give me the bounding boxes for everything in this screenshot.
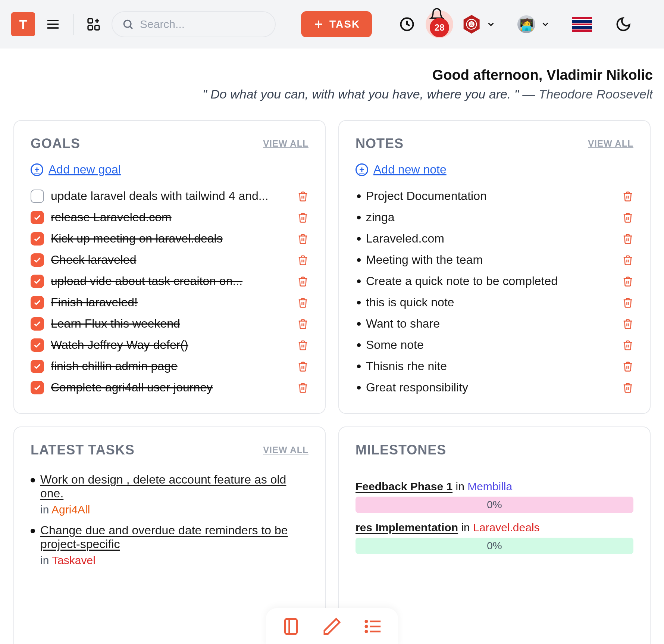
trash-icon xyxy=(622,318,633,329)
goal-text[interactable]: update laravel deals with tailwind 4 and… xyxy=(51,189,291,203)
new-task-button[interactable]: TASK xyxy=(301,11,372,37)
goal-delete-button[interactable] xyxy=(297,340,308,351)
user-menu[interactable]: 🧑‍💻 xyxy=(517,15,550,33)
goal-text[interactable]: upload vide about task creaiton on... xyxy=(51,274,291,288)
note-delete-button[interactable] xyxy=(622,191,633,202)
tasks-list: Work on design , delete account feature … xyxy=(31,469,308,570)
goal-checkbox[interactable] xyxy=(31,317,44,331)
note-delete-button[interactable] xyxy=(622,254,633,266)
add-goal-label: Add new goal xyxy=(48,163,121,176)
fb-list-button[interactable] xyxy=(363,616,383,637)
add-goal-link[interactable]: + Add new goal xyxy=(31,163,308,176)
add-note-link[interactable]: + Add new note xyxy=(356,163,633,176)
app-logo[interactable]: T xyxy=(11,12,35,36)
tasks-title: LATEST TASKS xyxy=(31,442,135,458)
note-text[interactable]: Thisnis rhe nite xyxy=(366,359,617,373)
goal-text[interactable]: Watch Jeffrey Way defer() xyxy=(51,338,291,352)
note-text[interactable]: Some note xyxy=(366,338,617,352)
theme-toggle[interactable] xyxy=(614,15,633,34)
tasks-view-all[interactable]: VIEW ALL xyxy=(263,445,308,455)
notes-view-all[interactable]: VIEW ALL xyxy=(588,138,633,149)
fb-notebook-button[interactable] xyxy=(281,616,301,637)
goal-text[interactable]: Learn Flux this weekend xyxy=(51,317,291,331)
trash-icon xyxy=(622,276,633,287)
note-delete-button[interactable] xyxy=(622,233,633,244)
goal-checkbox[interactable] xyxy=(31,360,44,373)
goal-delete-button[interactable] xyxy=(297,212,308,223)
goal-delete-button[interactable] xyxy=(297,254,308,266)
note-text[interactable]: Laraveled.com xyxy=(366,232,617,246)
note-row: Thisnis rhe nite xyxy=(356,356,633,377)
notifications-button[interactable]: 28 xyxy=(426,10,453,38)
language-switcher[interactable] xyxy=(572,17,592,32)
menu-button[interactable] xyxy=(44,15,62,33)
note-text[interactable]: Great responsibility xyxy=(366,381,617,394)
goal-text[interactable]: release Laraveled.com xyxy=(51,210,291,224)
note-text[interactable]: zinga xyxy=(366,210,617,224)
note-row: this is quick note xyxy=(356,292,633,313)
goal-checkbox[interactable] xyxy=(31,190,44,203)
search-input[interactable] xyxy=(140,18,265,31)
goal-checkbox[interactable] xyxy=(31,296,44,309)
goal-checkbox[interactable] xyxy=(31,253,44,267)
goals-view-all[interactable]: VIEW ALL xyxy=(263,138,308,149)
goal-delete-button[interactable] xyxy=(297,191,308,202)
goal-checkbox[interactable] xyxy=(31,275,44,288)
note-delete-button[interactable] xyxy=(622,340,633,351)
workspace-switcher[interactable] xyxy=(462,15,496,34)
task-project-name[interactable]: Agri4All xyxy=(51,503,90,516)
task-title[interactable]: Change due and overdue date reminders to… xyxy=(40,523,308,551)
goal-text[interactable]: Kick up meeting on laravel.deals xyxy=(51,232,291,246)
goal-checkbox[interactable] xyxy=(31,211,44,224)
goal-checkbox[interactable] xyxy=(31,338,44,352)
trash-icon xyxy=(297,297,308,308)
goal-row: Kick up meeting on laravel.deals xyxy=(31,228,308,249)
note-text[interactable]: Project Documentation xyxy=(366,189,617,203)
trash-icon xyxy=(622,191,633,202)
hamburger-icon xyxy=(46,17,60,32)
note-text[interactable]: Meeting with the team xyxy=(366,253,617,267)
goal-checkbox[interactable] xyxy=(31,381,44,394)
notes-title: NOTES xyxy=(356,136,404,151)
task-project-name[interactable]: Taskavel xyxy=(52,554,95,566)
goal-checkbox[interactable] xyxy=(31,232,44,246)
goal-row: finish chillin admin page xyxy=(31,356,308,377)
note-row: Some note xyxy=(356,334,633,356)
note-text[interactable]: Create a quick note to be completed xyxy=(366,274,617,288)
goal-text[interactable]: Complete agri4all user journey xyxy=(51,381,291,394)
note-delete-button[interactable] xyxy=(622,276,633,287)
divider xyxy=(73,14,73,35)
note-delete-button[interactable] xyxy=(622,297,633,308)
search-icon xyxy=(122,18,134,30)
goal-delete-button[interactable] xyxy=(297,233,308,244)
note-delete-button[interactable] xyxy=(622,212,633,223)
apps-button[interactable] xyxy=(85,15,103,33)
milestone-progress: 0% xyxy=(356,538,633,554)
fb-edit-button[interactable] xyxy=(322,616,342,637)
svg-rect-3 xyxy=(88,19,93,23)
activity-button[interactable] xyxy=(397,15,417,34)
note-text[interactable]: Want to share xyxy=(366,317,617,331)
goal-text[interactable]: finish chillin admin page xyxy=(51,359,291,373)
notification-count: 28 xyxy=(430,18,449,37)
note-delete-button[interactable] xyxy=(622,318,633,329)
goal-delete-button[interactable] xyxy=(297,382,308,393)
goal-delete-button[interactable] xyxy=(297,318,308,329)
goal-delete-button[interactable] xyxy=(297,361,308,372)
note-delete-button[interactable] xyxy=(622,361,633,372)
search-box[interactable] xyxy=(112,11,276,37)
milestone-project[interactable]: Membilla xyxy=(467,480,512,493)
goal-delete-button[interactable] xyxy=(297,297,308,308)
note-delete-button[interactable] xyxy=(622,382,633,393)
svg-rect-14 xyxy=(285,619,297,634)
goal-text[interactable]: Finish laraveled! xyxy=(51,296,291,309)
trash-icon xyxy=(297,361,308,372)
milestone-name[interactable]: Feedback Phase 1 xyxy=(356,480,452,493)
task-title[interactable]: Work on design , delete account feature … xyxy=(40,473,308,500)
goal-text[interactable]: Check laraveled xyxy=(51,253,291,267)
note-text[interactable]: this is quick note xyxy=(366,296,617,309)
milestone-project[interactable]: Laravel.deals xyxy=(473,521,539,534)
milestone-name[interactable]: res Implementation xyxy=(356,521,458,534)
goal-delete-button[interactable] xyxy=(297,276,308,287)
goal-row: Check laraveled xyxy=(31,249,308,271)
